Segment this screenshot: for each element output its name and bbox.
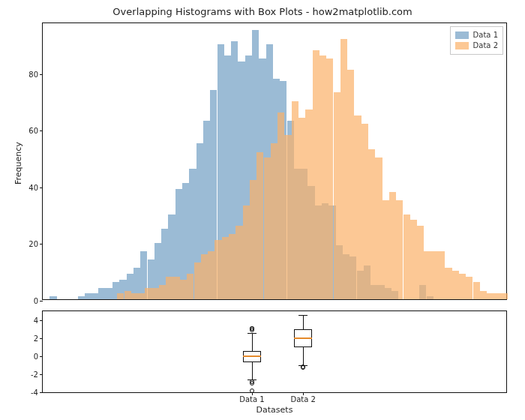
hist-bar-data1 (78, 296, 85, 299)
ytick-mark (40, 74, 43, 75)
hist-bar-data2 (271, 143, 278, 299)
hist-bar-data2 (298, 118, 305, 299)
hist-bar-data2 (131, 293, 138, 299)
hist-bar-data2 (222, 237, 229, 299)
hist-bar-data2 (284, 135, 291, 299)
hist-bar-data2 (452, 271, 459, 299)
hist-bar-data2 (382, 200, 389, 299)
histogram-bars-layer (43, 23, 506, 299)
hist-bar-data2 (313, 50, 320, 299)
hist-bar-data2 (445, 268, 452, 299)
hist-bar-data2 (173, 277, 180, 299)
hist-bar-data2 (159, 285, 166, 299)
hist-bar-data2 (438, 251, 445, 299)
hist-bar-data2 (166, 277, 172, 299)
hist-bar-data2 (180, 280, 187, 299)
hist-bar-data2 (124, 291, 131, 299)
hist-bar-data2 (424, 251, 430, 299)
hist-bar-data2 (501, 293, 508, 299)
hist-bar-data2 (362, 124, 368, 299)
hist-bar-data2 (431, 251, 438, 299)
hist-bar-data2 (459, 274, 466, 299)
hist-bar-data2 (487, 293, 494, 299)
hist-bar-data1 (106, 288, 112, 299)
hist-bar-data2 (396, 200, 403, 299)
hist-bar-data1 (98, 288, 105, 299)
hist-bar-data2 (243, 206, 250, 299)
hist-bar-data2 (320, 56, 326, 299)
hist-bar-data2 (152, 288, 159, 299)
hist-bar-data2 (410, 220, 417, 299)
hist-bar-data2 (256, 152, 263, 299)
hist-bar-data2 (326, 58, 333, 299)
xtick-mark (303, 392, 304, 395)
whisker-cap (298, 315, 308, 316)
legend: Data 1 Data 2 (450, 26, 503, 55)
legend-label-data2: Data 2 (473, 40, 498, 51)
hist-bar-data2 (334, 92, 340, 299)
legend-swatch-data1 (455, 32, 469, 39)
hist-bar-data2 (466, 277, 472, 299)
xlabel-datasets: Datasets (42, 405, 507, 415)
hist-bar-data2 (145, 288, 152, 299)
outlier-marker (250, 326, 254, 331)
ytick-mark (40, 244, 43, 244)
legend-swatch-data2 (455, 42, 469, 50)
ytick-mark (40, 320, 43, 321)
hist-bar-data2 (194, 262, 201, 299)
xtick-mark (252, 392, 253, 395)
ytick-mark (40, 356, 43, 357)
legend-label-data1: Data 1 (473, 30, 498, 40)
hist-bar-data2 (368, 149, 375, 299)
hist-bar-data2 (292, 101, 298, 299)
median-line (243, 356, 261, 357)
hist-bar-data2 (354, 116, 361, 299)
hist-bar-data2 (250, 180, 256, 299)
ytick-mark (40, 392, 43, 393)
hist-bar-data2 (201, 254, 208, 299)
hist-bar-data2 (208, 251, 214, 299)
outlier-marker (301, 364, 305, 369)
median-line (294, 338, 312, 339)
ytick-mark (40, 338, 43, 339)
outlier-marker (250, 380, 254, 384)
hist-bar-data2 (480, 291, 487, 299)
ytick-mark (40, 188, 43, 188)
figure-title: Overlapping Histograms with Box Plots - … (0, 6, 525, 17)
hist-bar-data2 (214, 240, 221, 299)
hist-bar-data2 (236, 226, 242, 299)
hist-bar-data2 (264, 158, 271, 299)
ytick-mark (40, 301, 43, 302)
hist-bar-data2 (417, 226, 424, 299)
ylabel-frequency: Frequency (14, 142, 23, 184)
hist-bar-data2 (340, 39, 347, 299)
hist-bar-data2 (375, 158, 382, 299)
hist-bar-data1 (85, 293, 92, 299)
hist-bar-data2 (229, 234, 236, 299)
hist-bar-data1 (92, 293, 98, 299)
hist-bar-data2 (473, 282, 480, 299)
boxplot-layer (43, 311, 506, 392)
whisker-cap (248, 333, 256, 334)
legend-item-data1: Data 1 (455, 30, 498, 40)
hist-bar-data2 (347, 70, 354, 299)
hist-bar-data2 (389, 192, 396, 299)
histogram-axes: Data 1 Data 2 020406080 (42, 22, 507, 300)
hist-bar-data2 (494, 293, 500, 299)
hist-bar-data2 (187, 274, 194, 299)
ytick-mark (40, 130, 43, 131)
figure: Overlapping Histograms with Box Plots - … (0, 0, 525, 420)
legend-item-data2: Data 2 (455, 40, 498, 51)
hist-bar-data2 (305, 110, 312, 299)
hist-bar-data2 (404, 214, 410, 299)
boxplot-axes: -4-2024Data 1Data 2 (42, 310, 507, 393)
hist-bar-data2 (117, 293, 124, 299)
hist-bar-data2 (278, 112, 284, 299)
hist-bar-data2 (138, 293, 145, 299)
hist-bar-data1 (50, 296, 56, 299)
ytick-mark (40, 374, 43, 375)
